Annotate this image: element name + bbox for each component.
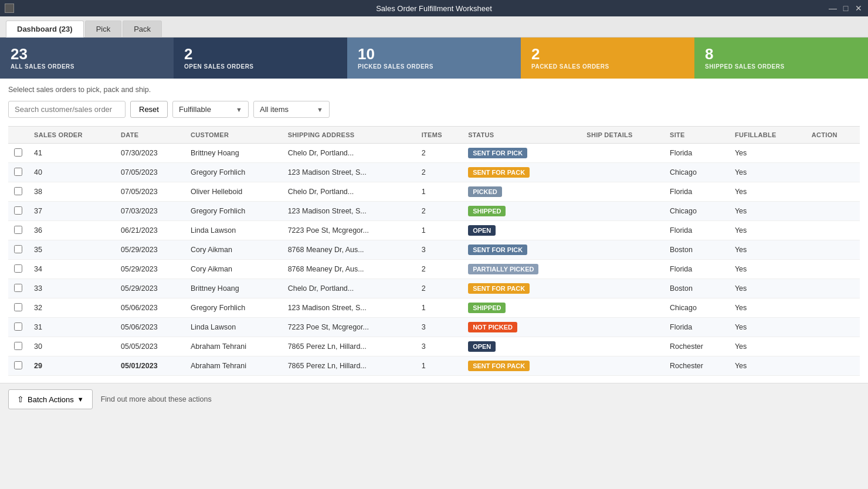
status-badge: SENT FOR PACK xyxy=(468,167,530,178)
row-checkbox[interactable] xyxy=(14,264,22,273)
th-status: STATUS xyxy=(462,127,581,144)
stat-picked-number: 10 xyxy=(358,46,510,62)
row-sales-order: 31 xyxy=(28,318,115,337)
row-customer: Brittney Hoang xyxy=(185,144,282,163)
batch-actions-upload-icon: ⇧ xyxy=(17,395,24,404)
batch-actions-label: Batch Actions xyxy=(28,395,74,404)
bottom-bar: ⇧ Batch Actions ▼ Find out more about th… xyxy=(0,383,868,415)
stat-open-number: 2 xyxy=(184,46,337,62)
table-row: 34 05/29/2023 Cory Aikman 8768 Meaney Dr… xyxy=(8,260,860,279)
status-badge: PARTIALLY PICKED xyxy=(468,264,538,274)
row-sales-order: 32 xyxy=(28,298,115,318)
table-row: 31 05/06/2023 Linda Lawson 7223 Poe St, … xyxy=(8,318,860,337)
row-checkbox[interactable] xyxy=(14,226,22,234)
row-ship-details xyxy=(581,144,664,163)
row-checkbox-cell xyxy=(8,298,28,318)
tab-dashboard[interactable]: Dashboard (23) xyxy=(6,21,84,38)
stats-bar: 23 ALL SALES ORDERS 2 OPEN SALES ORDERS … xyxy=(0,38,868,79)
stat-packed-sales-orders[interactable]: 2 PACKED SALES ORDERS xyxy=(521,38,694,79)
sales-orders-table: SALES ORDER DATE CUSTOMER SHIPPING ADDRE… xyxy=(8,126,860,376)
stat-open-sales-orders[interactable]: 2 OPEN SALES ORDERS xyxy=(174,38,347,79)
table-row: 35 05/29/2023 Cory Aikman 8768 Meaney Dr… xyxy=(8,240,860,260)
row-items: 2 xyxy=(416,279,462,298)
row-items: 1 xyxy=(416,221,462,240)
row-checkbox[interactable] xyxy=(14,342,22,350)
row-checkbox[interactable] xyxy=(14,303,22,311)
th-action: ACTION xyxy=(806,127,860,144)
row-ship-details xyxy=(581,337,664,356)
fulfillable-arrow-icon: ▼ xyxy=(236,106,242,113)
row-action xyxy=(806,202,860,221)
batch-actions-arrow-icon: ▼ xyxy=(77,396,84,403)
table-row: 37 07/03/2023 Gregory Forhlich 123 Madis… xyxy=(8,202,860,221)
row-site: Florida xyxy=(664,318,729,337)
row-site: Florida xyxy=(664,260,729,279)
tab-pick[interactable]: Pick xyxy=(85,21,122,37)
row-items: 1 xyxy=(416,298,462,318)
row-customer: Oliver Helleboid xyxy=(185,182,282,202)
stat-all-label: ALL SALES ORDERS xyxy=(11,63,163,70)
row-date: 07/05/2023 xyxy=(115,163,185,182)
row-fulfillable: Yes xyxy=(729,240,806,260)
row-checkbox[interactable] xyxy=(14,245,22,253)
row-status: SHIPPED xyxy=(462,298,581,318)
row-checkbox[interactable] xyxy=(14,148,22,157)
row-action xyxy=(806,182,860,202)
row-checkbox[interactable] xyxy=(14,284,22,292)
row-address: 7223 Poe St, Mcgregor... xyxy=(282,221,416,240)
row-date: 05/29/2023 xyxy=(115,279,185,298)
reset-button[interactable]: Reset xyxy=(130,101,168,118)
row-status: SHIPPED xyxy=(462,202,581,221)
row-checkbox-cell xyxy=(8,221,28,240)
table-row: 40 07/05/2023 Gregory Forhlich 123 Madis… xyxy=(8,163,860,182)
status-badge: PICKED xyxy=(468,186,502,197)
row-sales-order: 37 xyxy=(28,202,115,221)
row-checkbox[interactable] xyxy=(14,361,22,369)
search-input[interactable] xyxy=(8,101,126,118)
close-button[interactable]: ✕ xyxy=(854,4,863,13)
row-action xyxy=(806,298,860,318)
row-action xyxy=(806,279,860,298)
row-status: OPEN xyxy=(462,337,581,356)
stat-picked-sales-orders[interactable]: 10 PICKED SALES ORDERS xyxy=(347,38,521,79)
all-items-dropdown[interactable]: All items ▼ xyxy=(253,101,330,118)
row-fulfillable: Yes xyxy=(729,318,806,337)
row-address: 123 Madison Street, S... xyxy=(282,202,416,221)
row-sales-order: 29 xyxy=(28,356,115,376)
row-customer: Cory Aikman xyxy=(185,240,282,260)
th-items: ITEMS xyxy=(416,127,462,144)
row-checkbox[interactable] xyxy=(14,168,22,176)
row-ship-details xyxy=(581,356,664,376)
minimize-button[interactable]: — xyxy=(828,4,838,13)
row-status: SENT FOR PICK xyxy=(462,240,581,260)
fulfillable-dropdown[interactable]: Fulfillable ▼ xyxy=(172,101,249,118)
row-items: 3 xyxy=(416,240,462,260)
row-date: 05/29/2023 xyxy=(115,240,185,260)
row-fulfillable: Yes xyxy=(729,298,806,318)
status-badge: SENT FOR PACK xyxy=(468,361,530,371)
row-ship-details xyxy=(581,279,664,298)
batch-actions-button[interactable]: ⇧ Batch Actions ▼ xyxy=(8,389,93,409)
th-site: SITE xyxy=(664,127,729,144)
row-sales-order: 41 xyxy=(28,144,115,163)
row-checkbox[interactable] xyxy=(14,187,22,195)
row-checkbox-cell xyxy=(8,337,28,356)
stat-all-sales-orders[interactable]: 23 ALL SALES ORDERS xyxy=(0,38,174,79)
filter-bar: Reset Fulfillable ▼ All items ▼ xyxy=(8,101,860,118)
row-date: 07/03/2023 xyxy=(115,202,185,221)
row-status: PICKED xyxy=(462,182,581,202)
row-checkbox[interactable] xyxy=(14,206,22,215)
row-site: Florida xyxy=(664,221,729,240)
tab-pack[interactable]: Pack xyxy=(123,21,162,37)
row-date: 05/01/2023 xyxy=(115,356,185,376)
maximize-button[interactable]: □ xyxy=(841,4,850,13)
stat-shipped-sales-orders[interactable]: 8 SHIPPED SALES ORDERS xyxy=(694,38,868,79)
status-badge: SHIPPED xyxy=(468,303,506,313)
row-address: 8768 Meaney Dr, Aus... xyxy=(282,240,416,260)
table-row: 29 05/01/2023 Abraham Tehrani 7865 Perez… xyxy=(8,356,860,376)
row-site: Florida xyxy=(664,144,729,163)
row-items: 3 xyxy=(416,337,462,356)
row-customer: Gregory Forhlich xyxy=(185,298,282,318)
row-date: 05/05/2023 xyxy=(115,337,185,356)
row-checkbox[interactable] xyxy=(14,322,22,331)
